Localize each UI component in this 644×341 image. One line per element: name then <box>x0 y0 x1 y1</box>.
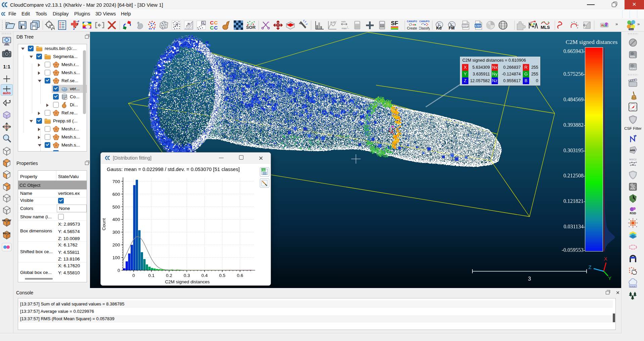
svg-text:CANUPO: CANUPO <box>407 20 417 22</box>
svg-text:Z: Z <box>588 264 591 270</box>
svg-text:Kd: Kd <box>436 26 442 31</box>
svg-text:TRAIN: TRAIN <box>629 28 634 30</box>
svg-text:0.2: 0.2 <box>166 273 172 278</box>
svg-text:SHP: SHP <box>462 24 468 27</box>
svg-text:200: 200 <box>112 242 120 247</box>
svg-text:700: 700 <box>112 179 120 184</box>
svg-text:0: 0 <box>118 268 120 273</box>
svg-text:600: 600 <box>112 192 120 197</box>
svg-text:CSV: CSV <box>475 24 481 27</box>
svg-text:BACK: BACK <box>3 232 10 235</box>
svg-text:EDL: EDL <box>630 55 636 58</box>
svg-text:X: X <box>604 256 607 262</box>
svg-text:C: C <box>210 25 214 31</box>
svg-text:Classify: Classify <box>419 26 430 30</box>
svg-text:SF: SF <box>391 20 398 26</box>
svg-text:CANUPO: CANUPO <box>419 20 430 22</box>
svg-text:Y: Y <box>608 275 611 281</box>
svg-text:0.4: 0.4 <box>201 273 208 278</box>
svg-text:C: C <box>214 25 218 31</box>
svg-text:MLS: MLS <box>541 25 550 30</box>
svg-text:RSD: RSD <box>630 212 636 215</box>
svg-text:SOR: SOR <box>246 25 256 30</box>
svg-text:auto: auto <box>3 91 11 95</box>
svg-text:3: 3 <box>528 276 531 282</box>
svg-text:0.5: 0.5 <box>219 273 226 278</box>
svg-text:0.6: 0.6 <box>237 273 243 278</box>
svg-text:C2M signed distances: C2M signed distances <box>165 279 210 284</box>
svg-text:max: max <box>341 27 347 30</box>
svg-text:400: 400 <box>112 217 120 222</box>
svg-text:μ,σ: μ,σ <box>330 20 335 24</box>
svg-text:Create: Create <box>407 26 417 30</box>
svg-text:0: 0 <box>132 273 135 278</box>
svg-text:PCV: PCV <box>631 188 636 190</box>
svg-text:Count: Count <box>101 218 106 230</box>
svg-text:0.3: 0.3 <box>184 273 190 278</box>
svg-text:FRONT: FRONT <box>2 219 11 222</box>
svg-text:1:1: 1:1 <box>3 64 10 69</box>
svg-text:HPR: HPR <box>630 149 635 152</box>
svg-text:FM: FM <box>449 26 454 31</box>
svg-text:min: min <box>341 20 346 23</box>
svg-text:300: 300 <box>112 230 120 235</box>
svg-text:500: 500 <box>112 205 120 210</box>
svg-text:SSAO: SSAO <box>630 67 636 70</box>
svg-text:0.1: 0.1 <box>148 273 154 278</box>
svg-text:100: 100 <box>112 255 120 260</box>
svg-text:CSV: CSV <box>261 169 266 171</box>
svg-text:M3C2: M3C2 <box>629 158 637 161</box>
svg-text:3D: 3D <box>630 23 633 25</box>
